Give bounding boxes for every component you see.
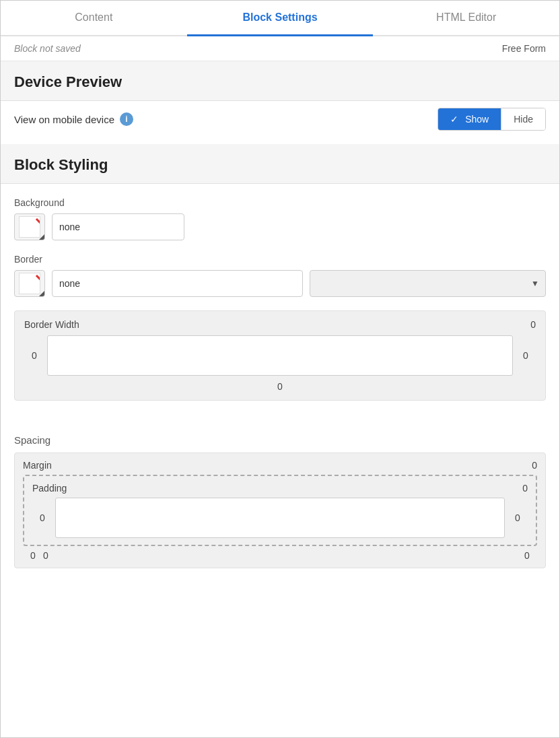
padding-label: Padding — [32, 483, 67, 494]
padding-center-box — [55, 498, 505, 538]
padding-left-value: 0 — [32, 512, 53, 523]
block-styling-section-header: Block Styling — [1, 144, 559, 184]
spacing-label: Spacing — [14, 434, 546, 446]
block-styling-content: Background Border — [1, 184, 559, 428]
device-preview-title: Device Preview — [14, 73, 122, 90]
padding-bottom-value: 0 — [43, 550, 48, 561]
padding-right-value: 0 — [508, 512, 528, 523]
border-width-top-value: 0 — [530, 319, 536, 330]
status-bar: Block not saved Free Form — [1, 36, 559, 61]
border-label: Border — [14, 254, 546, 265]
background-color-picker[interactable] — [14, 213, 45, 240]
checkmark-icon: ✓ — [450, 114, 458, 125]
outer-left-value: 0 — [23, 550, 43, 561]
border-width-label: Border Width — [24, 319, 79, 330]
padding-box: Padding 0 0 0 — [23, 475, 537, 546]
info-icon[interactable]: i — [120, 112, 133, 126]
border-value-input[interactable] — [52, 270, 303, 297]
border-field-group: Border solid dashed dotted ▼ — [14, 254, 546, 297]
border-style-select[interactable]: solid dashed dotted — [310, 270, 546, 297]
tab-block-settings[interactable]: Block Settings — [187, 1, 374, 36]
block-not-saved-label: Block not saved — [14, 43, 81, 54]
hide-button[interactable]: Hide — [501, 108, 545, 130]
mobile-device-text: View on mobile device — [14, 114, 114, 125]
border-field-row: solid dashed dotted ▼ — [14, 270, 546, 297]
margin-header: Margin 0 — [23, 460, 537, 471]
padding-header: Padding 0 — [32, 483, 528, 494]
show-label: Show — [465, 114, 489, 125]
free-form-label: Free Form — [502, 43, 546, 54]
mobile-device-label: View on mobile device i — [14, 112, 133, 126]
margin-label: Margin — [23, 460, 52, 471]
block-styling-title: Block Styling — [14, 156, 108, 173]
background-color-swatch — [19, 216, 40, 238]
border-center-box — [47, 335, 513, 376]
show-hide-toggle: ✓ Show Hide — [438, 108, 546, 131]
mobile-device-row: View on mobile device i ✓ Show Hide — [1, 101, 559, 144]
border-color-swatch — [19, 273, 40, 294]
margin-value: 0 — [532, 460, 537, 471]
background-swatch-arrow — [39, 234, 44, 240]
border-style-select-wrapper: solid dashed dotted ▼ — [310, 270, 546, 297]
border-bottom-value: 0 — [24, 381, 536, 392]
background-field-row — [14, 213, 546, 240]
padding-middle-row: 0 0 — [32, 498, 528, 538]
background-label: Background — [14, 197, 546, 208]
border-color-picker[interactable] — [14, 270, 45, 297]
border-width-header: Border Width 0 — [24, 319, 536, 330]
border-width-box: Border Width 0 0 0 0 — [14, 310, 546, 401]
device-preview-section-header: Device Preview — [1, 61, 559, 101]
tab-bar: Content Block Settings HTML Editor — [1, 1, 559, 36]
border-right-value: 0 — [516, 350, 536, 361]
background-value-input[interactable] — [52, 213, 184, 240]
tab-html-editor[interactable]: HTML Editor — [373, 1, 559, 36]
margin-box: Margin 0 Padding 0 0 0 0 0 — [14, 452, 546, 568]
outer-right-value: 0 — [517, 550, 537, 561]
show-button[interactable]: ✓ Show — [438, 108, 501, 130]
border-left-value: 0 — [24, 350, 44, 361]
tab-content[interactable]: Content — [1, 1, 187, 36]
spacing-section: Spacing Margin 0 Padding 0 0 0 — [1, 428, 559, 582]
border-middle-row: 0 0 — [24, 335, 536, 376]
background-field-group: Background — [14, 197, 546, 240]
outer-bottom-row: 0 0 0 — [23, 550, 537, 561]
border-swatch-arrow — [39, 291, 44, 296]
padding-top-value: 0 — [522, 483, 528, 494]
